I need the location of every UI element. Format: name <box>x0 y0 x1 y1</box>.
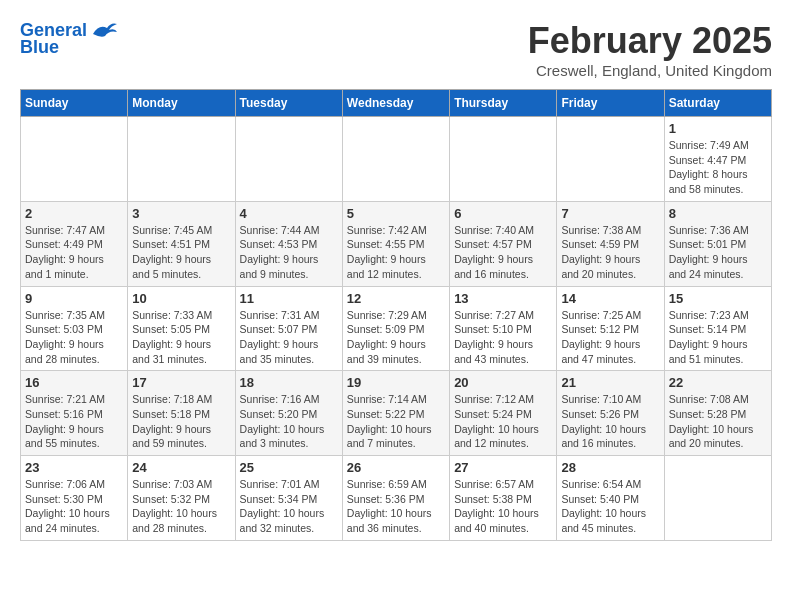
logo: General Blue <box>20 20 117 58</box>
day-cell: 6Sunrise: 7:40 AM Sunset: 4:57 PM Daylig… <box>450 201 557 286</box>
day-info: Sunrise: 7:31 AM Sunset: 5:07 PM Dayligh… <box>240 308 338 367</box>
day-cell: 23Sunrise: 7:06 AM Sunset: 5:30 PM Dayli… <box>21 456 128 541</box>
day-cell <box>235 117 342 202</box>
day-cell: 12Sunrise: 7:29 AM Sunset: 5:09 PM Dayli… <box>342 286 449 371</box>
day-info: Sunrise: 7:01 AM Sunset: 5:34 PM Dayligh… <box>240 477 338 536</box>
day-number: 13 <box>454 291 552 306</box>
day-cell: 19Sunrise: 7:14 AM Sunset: 5:22 PM Dayli… <box>342 371 449 456</box>
day-number: 10 <box>132 291 230 306</box>
week-row-5: 23Sunrise: 7:06 AM Sunset: 5:30 PM Dayli… <box>21 456 772 541</box>
day-cell <box>128 117 235 202</box>
calendar-table: SundayMondayTuesdayWednesdayThursdayFrid… <box>20 89 772 541</box>
day-cell: 25Sunrise: 7:01 AM Sunset: 5:34 PM Dayli… <box>235 456 342 541</box>
day-number: 24 <box>132 460 230 475</box>
day-info: Sunrise: 7:27 AM Sunset: 5:10 PM Dayligh… <box>454 308 552 367</box>
weekday-header-monday: Monday <box>128 90 235 117</box>
day-cell: 5Sunrise: 7:42 AM Sunset: 4:55 PM Daylig… <box>342 201 449 286</box>
day-info: Sunrise: 7:06 AM Sunset: 5:30 PM Dayligh… <box>25 477 123 536</box>
day-cell: 8Sunrise: 7:36 AM Sunset: 5:01 PM Daylig… <box>664 201 771 286</box>
day-cell: 13Sunrise: 7:27 AM Sunset: 5:10 PM Dayli… <box>450 286 557 371</box>
day-info: Sunrise: 6:59 AM Sunset: 5:36 PM Dayligh… <box>347 477 445 536</box>
day-cell: 28Sunrise: 6:54 AM Sunset: 5:40 PM Dayli… <box>557 456 664 541</box>
day-number: 2 <box>25 206 123 221</box>
day-number: 26 <box>347 460 445 475</box>
day-cell <box>21 117 128 202</box>
day-number: 27 <box>454 460 552 475</box>
day-cell: 21Sunrise: 7:10 AM Sunset: 5:26 PM Dayli… <box>557 371 664 456</box>
day-info: Sunrise: 7:29 AM Sunset: 5:09 PM Dayligh… <box>347 308 445 367</box>
weekday-header-wednesday: Wednesday <box>342 90 449 117</box>
day-number: 20 <box>454 375 552 390</box>
weekday-header-thursday: Thursday <box>450 90 557 117</box>
week-row-2: 2Sunrise: 7:47 AM Sunset: 4:49 PM Daylig… <box>21 201 772 286</box>
day-cell <box>557 117 664 202</box>
week-row-4: 16Sunrise: 7:21 AM Sunset: 5:16 PM Dayli… <box>21 371 772 456</box>
day-cell: 9Sunrise: 7:35 AM Sunset: 5:03 PM Daylig… <box>21 286 128 371</box>
week-row-1: 1Sunrise: 7:49 AM Sunset: 4:47 PM Daylig… <box>21 117 772 202</box>
day-number: 1 <box>669 121 767 136</box>
day-info: Sunrise: 7:47 AM Sunset: 4:49 PM Dayligh… <box>25 223 123 282</box>
day-cell: 10Sunrise: 7:33 AM Sunset: 5:05 PM Dayli… <box>128 286 235 371</box>
day-number: 21 <box>561 375 659 390</box>
day-cell: 7Sunrise: 7:38 AM Sunset: 4:59 PM Daylig… <box>557 201 664 286</box>
day-info: Sunrise: 7:38 AM Sunset: 4:59 PM Dayligh… <box>561 223 659 282</box>
day-info: Sunrise: 6:54 AM Sunset: 5:40 PM Dayligh… <box>561 477 659 536</box>
day-info: Sunrise: 7:25 AM Sunset: 5:12 PM Dayligh… <box>561 308 659 367</box>
day-info: Sunrise: 7:10 AM Sunset: 5:26 PM Dayligh… <box>561 392 659 451</box>
day-cell: 27Sunrise: 6:57 AM Sunset: 5:38 PM Dayli… <box>450 456 557 541</box>
page-header: General Blue February 2025 Creswell, Eng… <box>20 20 772 79</box>
day-cell: 22Sunrise: 7:08 AM Sunset: 5:28 PM Dayli… <box>664 371 771 456</box>
day-number: 23 <box>25 460 123 475</box>
day-cell <box>450 117 557 202</box>
day-cell: 14Sunrise: 7:25 AM Sunset: 5:12 PM Dayli… <box>557 286 664 371</box>
day-info: Sunrise: 6:57 AM Sunset: 5:38 PM Dayligh… <box>454 477 552 536</box>
day-number: 4 <box>240 206 338 221</box>
day-info: Sunrise: 7:33 AM Sunset: 5:05 PM Dayligh… <box>132 308 230 367</box>
week-row-3: 9Sunrise: 7:35 AM Sunset: 5:03 PM Daylig… <box>21 286 772 371</box>
logo-bird-icon <box>89 20 117 42</box>
day-info: Sunrise: 7:12 AM Sunset: 5:24 PM Dayligh… <box>454 392 552 451</box>
day-cell: 26Sunrise: 6:59 AM Sunset: 5:36 PM Dayli… <box>342 456 449 541</box>
day-info: Sunrise: 7:49 AM Sunset: 4:47 PM Dayligh… <box>669 138 767 197</box>
day-cell: 17Sunrise: 7:18 AM Sunset: 5:18 PM Dayli… <box>128 371 235 456</box>
day-info: Sunrise: 7:44 AM Sunset: 4:53 PM Dayligh… <box>240 223 338 282</box>
day-number: 22 <box>669 375 767 390</box>
day-info: Sunrise: 7:40 AM Sunset: 4:57 PM Dayligh… <box>454 223 552 282</box>
day-number: 15 <box>669 291 767 306</box>
day-cell: 15Sunrise: 7:23 AM Sunset: 5:14 PM Dayli… <box>664 286 771 371</box>
day-cell: 4Sunrise: 7:44 AM Sunset: 4:53 PM Daylig… <box>235 201 342 286</box>
day-number: 7 <box>561 206 659 221</box>
day-info: Sunrise: 7:14 AM Sunset: 5:22 PM Dayligh… <box>347 392 445 451</box>
day-info: Sunrise: 7:36 AM Sunset: 5:01 PM Dayligh… <box>669 223 767 282</box>
day-number: 8 <box>669 206 767 221</box>
day-cell: 18Sunrise: 7:16 AM Sunset: 5:20 PM Dayli… <box>235 371 342 456</box>
day-number: 12 <box>347 291 445 306</box>
day-cell: 3Sunrise: 7:45 AM Sunset: 4:51 PM Daylig… <box>128 201 235 286</box>
month-title: February 2025 <box>528 20 772 62</box>
weekday-header-saturday: Saturday <box>664 90 771 117</box>
day-info: Sunrise: 7:35 AM Sunset: 5:03 PM Dayligh… <box>25 308 123 367</box>
weekday-header-sunday: Sunday <box>21 90 128 117</box>
day-number: 28 <box>561 460 659 475</box>
day-cell <box>342 117 449 202</box>
day-info: Sunrise: 7:21 AM Sunset: 5:16 PM Dayligh… <box>25 392 123 451</box>
day-number: 14 <box>561 291 659 306</box>
day-info: Sunrise: 7:08 AM Sunset: 5:28 PM Dayligh… <box>669 392 767 451</box>
weekday-header-tuesday: Tuesday <box>235 90 342 117</box>
day-cell: 20Sunrise: 7:12 AM Sunset: 5:24 PM Dayli… <box>450 371 557 456</box>
day-info: Sunrise: 7:16 AM Sunset: 5:20 PM Dayligh… <box>240 392 338 451</box>
weekday-header-row: SundayMondayTuesdayWednesdayThursdayFrid… <box>21 90 772 117</box>
location: Creswell, England, United Kingdom <box>528 62 772 79</box>
day-number: 16 <box>25 375 123 390</box>
day-number: 17 <box>132 375 230 390</box>
day-number: 9 <box>25 291 123 306</box>
day-cell: 11Sunrise: 7:31 AM Sunset: 5:07 PM Dayli… <box>235 286 342 371</box>
day-info: Sunrise: 7:42 AM Sunset: 4:55 PM Dayligh… <box>347 223 445 282</box>
day-cell: 24Sunrise: 7:03 AM Sunset: 5:32 PM Dayli… <box>128 456 235 541</box>
day-number: 3 <box>132 206 230 221</box>
day-cell: 1Sunrise: 7:49 AM Sunset: 4:47 PM Daylig… <box>664 117 771 202</box>
day-number: 18 <box>240 375 338 390</box>
day-info: Sunrise: 7:18 AM Sunset: 5:18 PM Dayligh… <box>132 392 230 451</box>
day-number: 11 <box>240 291 338 306</box>
day-info: Sunrise: 7:45 AM Sunset: 4:51 PM Dayligh… <box>132 223 230 282</box>
